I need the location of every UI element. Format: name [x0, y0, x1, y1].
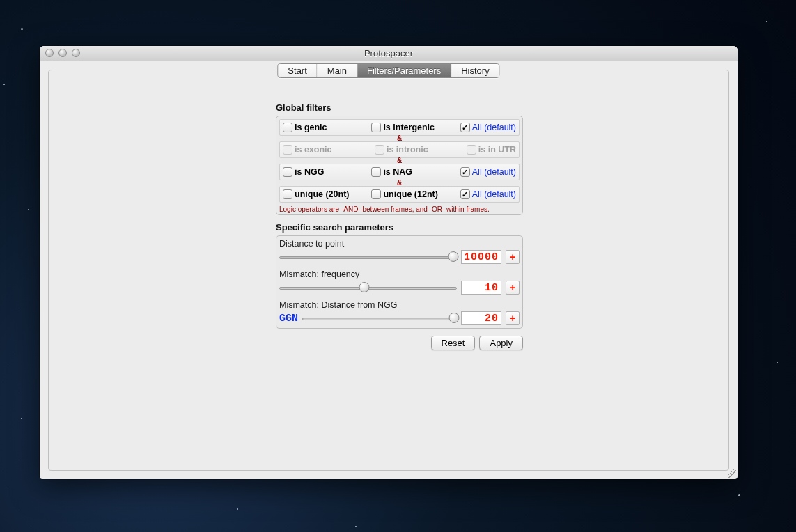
button-row: Reset Apply [276, 336, 523, 350]
checkbox-all-unique[interactable] [460, 189, 470, 199]
specific-heading: Specific search parameters [276, 222, 523, 233]
global-filters-group: is genic is intergenic All (default) & i… [276, 116, 523, 215]
slider-mismatch-freq[interactable] [279, 283, 457, 292]
window-title: Protospacer [364, 48, 413, 58]
filter-row-ngg: is NGG is NAG All (default) [279, 164, 520, 180]
label-is-exonic: is exonic [295, 145, 332, 155]
slider-distance[interactable] [279, 252, 457, 262]
checkbox-is-intergenic[interactable] [371, 123, 381, 132]
value-mismatch-dist[interactable]: 20 [461, 311, 501, 325]
filter-row-genic: is genic is intergenic All (default) [279, 119, 520, 136]
zoom-icon[interactable] [72, 49, 80, 57]
checkbox-all-genic[interactable] [460, 123, 470, 132]
param-mismatch-freq: Mismatch: frequency 10 + [279, 269, 520, 295]
checkbox-unique-20[interactable] [283, 189, 292, 199]
titlebar[interactable]: Protospacer [40, 46, 738, 61]
and-separator: & [279, 158, 520, 164]
checkbox-unique-12[interactable] [371, 189, 381, 199]
content-area: Start Main Filters/Parameters History Gl… [40, 61, 738, 479]
checkbox-is-exonic [283, 145, 292, 155]
and-separator: & [279, 180, 520, 186]
label-unique-20: unique (20nt) [295, 189, 349, 199]
traffic-lights [45, 49, 80, 57]
specific-group: Distance to point 10000 + Mismatch: freq… [276, 235, 523, 329]
main-panel: Start Main Filters/Parameters History Gl… [48, 70, 729, 471]
label-is-ngg: is NGG [295, 167, 324, 177]
param-distance: Distance to point 10000 + [279, 239, 520, 264]
tab-history[interactable]: History [451, 64, 499, 77]
checkbox-is-utr [467, 145, 476, 155]
label-all-ngg: All (default) [472, 167, 516, 177]
resize-handle-icon[interactable] [728, 469, 736, 478]
and-separator: & [279, 136, 520, 141]
label-mismatch-dist: Mismatch: Distance from NGG [279, 300, 397, 310]
form-wrap: Global filters is genic is intergenic Al… [276, 102, 523, 350]
label-is-utr: is in UTR [478, 145, 516, 155]
global-filters-heading: Global filters [276, 102, 523, 113]
ggn-prefix: GGN [279, 313, 298, 324]
label-is-intronic: is intronic [387, 145, 428, 155]
label-unique-12: unique (12nt) [383, 189, 437, 199]
minimize-icon[interactable] [58, 49, 67, 57]
checkbox-is-nag[interactable] [371, 167, 381, 177]
value-distance[interactable]: 10000 [461, 250, 501, 264]
plus-mismatch-dist[interactable]: + [506, 311, 520, 325]
filter-row-unique: unique (20nt) unique (12nt) All (default… [279, 186, 520, 203]
reset-button[interactable]: Reset [431, 336, 476, 350]
checkbox-is-intronic [375, 145, 384, 155]
logic-hint: Logic operators are -AND- between frames… [279, 205, 520, 213]
app-window: Protospacer Start Main Filters/Parameter… [40, 46, 738, 479]
value-mismatch-freq[interactable]: 10 [461, 281, 501, 295]
plus-mismatch-freq[interactable]: + [506, 281, 520, 295]
close-icon[interactable] [45, 49, 54, 57]
slider-mismatch-dist[interactable] [302, 313, 457, 323]
label-is-nag: is NAG [383, 167, 412, 177]
tab-main[interactable]: Main [318, 64, 357, 77]
tab-filters[interactable]: Filters/Parameters [357, 64, 451, 77]
filter-row-exonic: is exonic is intronic is in UTR [279, 141, 520, 158]
label-is-genic: is genic [295, 123, 327, 132]
label-all-genic: All (default) [472, 123, 516, 132]
label-all-unique: All (default) [472, 189, 516, 199]
label-mismatch-freq: Mismatch: frequency [279, 269, 359, 279]
tab-bar: Start Main Filters/Parameters History [277, 63, 499, 78]
label-is-intergenic: is intergenic [383, 123, 435, 132]
tab-start[interactable]: Start [278, 64, 317, 77]
checkbox-all-ngg[interactable] [460, 167, 470, 177]
checkbox-is-genic[interactable] [283, 123, 292, 132]
label-distance: Distance to point [279, 239, 344, 249]
checkbox-is-ngg[interactable] [283, 167, 292, 177]
plus-distance[interactable]: + [506, 250, 520, 264]
param-mismatch-dist: Mismatch: Distance from NGG GGN 20 + [279, 300, 520, 325]
apply-button[interactable]: Apply [479, 336, 523, 350]
